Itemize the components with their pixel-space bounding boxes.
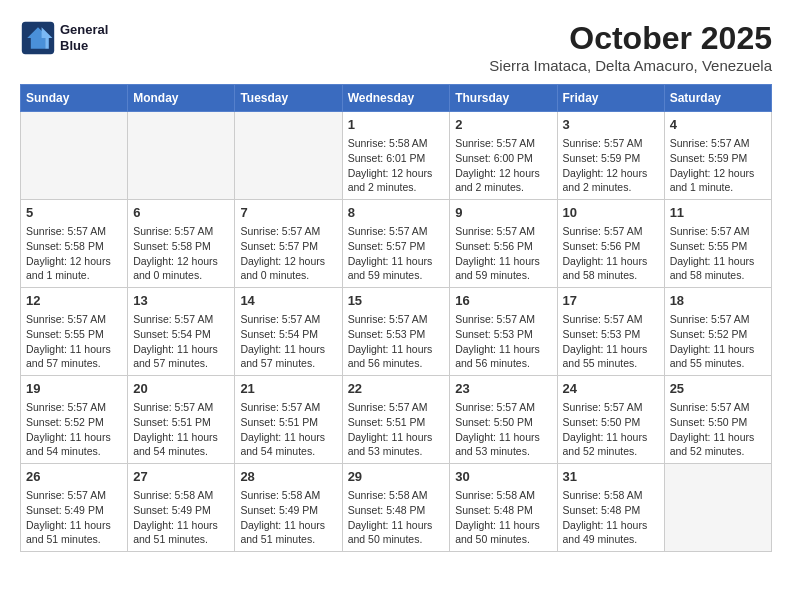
day-info: Sunrise: 5:57 AMSunset: 5:56 PMDaylight:… xyxy=(563,224,659,283)
month-title: October 2025 xyxy=(489,20,772,57)
day-info: Sunrise: 5:57 AMSunset: 5:55 PMDaylight:… xyxy=(670,224,766,283)
day-cell-2: 2Sunrise: 5:57 AMSunset: 6:00 PMDaylight… xyxy=(450,112,557,200)
day-cell-29: 29Sunrise: 5:58 AMSunset: 5:48 PMDayligh… xyxy=(342,464,450,552)
day-info: Sunrise: 5:57 AMSunset: 5:55 PMDaylight:… xyxy=(26,312,122,371)
logo-text: General Blue xyxy=(60,22,108,53)
day-cell-3: 3Sunrise: 5:57 AMSunset: 5:59 PMDaylight… xyxy=(557,112,664,200)
weekday-header-friday: Friday xyxy=(557,85,664,112)
day-info: Sunrise: 5:57 AMSunset: 5:50 PMDaylight:… xyxy=(455,400,551,459)
logo-icon xyxy=(20,20,56,56)
day-number: 7 xyxy=(240,204,336,222)
day-info: Sunrise: 5:58 AMSunset: 6:01 PMDaylight:… xyxy=(348,136,445,195)
day-number: 9 xyxy=(455,204,551,222)
day-cell-28: 28Sunrise: 5:58 AMSunset: 5:49 PMDayligh… xyxy=(235,464,342,552)
day-number: 12 xyxy=(26,292,122,310)
day-number: 21 xyxy=(240,380,336,398)
weekday-header-thursday: Thursday xyxy=(450,85,557,112)
week-row-3: 12Sunrise: 5:57 AMSunset: 5:55 PMDayligh… xyxy=(21,288,772,376)
day-info: Sunrise: 5:58 AMSunset: 5:48 PMDaylight:… xyxy=(563,488,659,547)
day-number: 22 xyxy=(348,380,445,398)
day-cell-8: 8Sunrise: 5:57 AMSunset: 5:57 PMDaylight… xyxy=(342,200,450,288)
day-number: 20 xyxy=(133,380,229,398)
day-cell-19: 19Sunrise: 5:57 AMSunset: 5:52 PMDayligh… xyxy=(21,376,128,464)
day-number: 15 xyxy=(348,292,445,310)
day-number: 5 xyxy=(26,204,122,222)
day-info: Sunrise: 5:58 AMSunset: 5:49 PMDaylight:… xyxy=(133,488,229,547)
title-block: October 2025 Sierra Imataca, Delta Amacu… xyxy=(489,20,772,74)
day-info: Sunrise: 5:57 AMSunset: 5:57 PMDaylight:… xyxy=(240,224,336,283)
day-info: Sunrise: 5:57 AMSunset: 5:54 PMDaylight:… xyxy=(133,312,229,371)
day-info: Sunrise: 5:57 AMSunset: 5:50 PMDaylight:… xyxy=(563,400,659,459)
day-info: Sunrise: 5:57 AMSunset: 5:49 PMDaylight:… xyxy=(26,488,122,547)
day-info: Sunrise: 5:57 AMSunset: 5:53 PMDaylight:… xyxy=(348,312,445,371)
day-cell-22: 22Sunrise: 5:57 AMSunset: 5:51 PMDayligh… xyxy=(342,376,450,464)
day-number: 14 xyxy=(240,292,336,310)
day-info: Sunrise: 5:57 AMSunset: 6:00 PMDaylight:… xyxy=(455,136,551,195)
day-cell-9: 9Sunrise: 5:57 AMSunset: 5:56 PMDaylight… xyxy=(450,200,557,288)
weekday-header-row: SundayMondayTuesdayWednesdayThursdayFrid… xyxy=(21,85,772,112)
day-cell-5: 5Sunrise: 5:57 AMSunset: 5:58 PMDaylight… xyxy=(21,200,128,288)
day-info: Sunrise: 5:58 AMSunset: 5:48 PMDaylight:… xyxy=(348,488,445,547)
day-info: Sunrise: 5:57 AMSunset: 5:54 PMDaylight:… xyxy=(240,312,336,371)
calendar-table: SundayMondayTuesdayWednesdayThursdayFrid… xyxy=(20,84,772,552)
day-number: 28 xyxy=(240,468,336,486)
day-cell-25: 25Sunrise: 5:57 AMSunset: 5:50 PMDayligh… xyxy=(664,376,771,464)
week-row-2: 5Sunrise: 5:57 AMSunset: 5:58 PMDaylight… xyxy=(21,200,772,288)
day-number: 25 xyxy=(670,380,766,398)
weekday-header-sunday: Sunday xyxy=(21,85,128,112)
day-info: Sunrise: 5:57 AMSunset: 5:56 PMDaylight:… xyxy=(455,224,551,283)
day-cell-13: 13Sunrise: 5:57 AMSunset: 5:54 PMDayligh… xyxy=(128,288,235,376)
week-row-1: 1Sunrise: 5:58 AMSunset: 6:01 PMDaylight… xyxy=(21,112,772,200)
day-cell-17: 17Sunrise: 5:57 AMSunset: 5:53 PMDayligh… xyxy=(557,288,664,376)
page-header: General Blue October 2025 Sierra Imataca… xyxy=(20,20,772,74)
day-info: Sunrise: 5:57 AMSunset: 5:53 PMDaylight:… xyxy=(455,312,551,371)
day-cell-31: 31Sunrise: 5:58 AMSunset: 5:48 PMDayligh… xyxy=(557,464,664,552)
day-info: Sunrise: 5:57 AMSunset: 5:58 PMDaylight:… xyxy=(26,224,122,283)
day-info: Sunrise: 5:57 AMSunset: 5:50 PMDaylight:… xyxy=(670,400,766,459)
day-number: 29 xyxy=(348,468,445,486)
day-cell-7: 7Sunrise: 5:57 AMSunset: 5:57 PMDaylight… xyxy=(235,200,342,288)
day-cell-27: 27Sunrise: 5:58 AMSunset: 5:49 PMDayligh… xyxy=(128,464,235,552)
day-info: Sunrise: 5:58 AMSunset: 5:49 PMDaylight:… xyxy=(240,488,336,547)
logo: General Blue xyxy=(20,20,108,56)
day-info: Sunrise: 5:57 AMSunset: 5:51 PMDaylight:… xyxy=(348,400,445,459)
day-info: Sunrise: 5:57 AMSunset: 5:52 PMDaylight:… xyxy=(670,312,766,371)
day-number: 23 xyxy=(455,380,551,398)
day-cell-4: 4Sunrise: 5:57 AMSunset: 5:59 PMDaylight… xyxy=(664,112,771,200)
day-info: Sunrise: 5:57 AMSunset: 5:53 PMDaylight:… xyxy=(563,312,659,371)
day-number: 26 xyxy=(26,468,122,486)
day-number: 17 xyxy=(563,292,659,310)
weekday-header-monday: Monday xyxy=(128,85,235,112)
day-cell-21: 21Sunrise: 5:57 AMSunset: 5:51 PMDayligh… xyxy=(235,376,342,464)
day-cell-30: 30Sunrise: 5:58 AMSunset: 5:48 PMDayligh… xyxy=(450,464,557,552)
empty-cell xyxy=(21,112,128,200)
day-cell-18: 18Sunrise: 5:57 AMSunset: 5:52 PMDayligh… xyxy=(664,288,771,376)
day-info: Sunrise: 5:57 AMSunset: 5:51 PMDaylight:… xyxy=(133,400,229,459)
day-info: Sunrise: 5:57 AMSunset: 5:52 PMDaylight:… xyxy=(26,400,122,459)
day-number: 2 xyxy=(455,116,551,134)
empty-cell xyxy=(128,112,235,200)
day-info: Sunrise: 5:57 AMSunset: 5:58 PMDaylight:… xyxy=(133,224,229,283)
day-number: 6 xyxy=(133,204,229,222)
day-info: Sunrise: 5:57 AMSunset: 5:59 PMDaylight:… xyxy=(670,136,766,195)
day-cell-15: 15Sunrise: 5:57 AMSunset: 5:53 PMDayligh… xyxy=(342,288,450,376)
day-cell-14: 14Sunrise: 5:57 AMSunset: 5:54 PMDayligh… xyxy=(235,288,342,376)
day-number: 19 xyxy=(26,380,122,398)
day-number: 8 xyxy=(348,204,445,222)
day-cell-6: 6Sunrise: 5:57 AMSunset: 5:58 PMDaylight… xyxy=(128,200,235,288)
day-number: 3 xyxy=(563,116,659,134)
day-info: Sunrise: 5:57 AMSunset: 5:59 PMDaylight:… xyxy=(563,136,659,195)
week-row-5: 26Sunrise: 5:57 AMSunset: 5:49 PMDayligh… xyxy=(21,464,772,552)
day-cell-12: 12Sunrise: 5:57 AMSunset: 5:55 PMDayligh… xyxy=(21,288,128,376)
day-number: 24 xyxy=(563,380,659,398)
day-number: 11 xyxy=(670,204,766,222)
weekday-header-tuesday: Tuesday xyxy=(235,85,342,112)
day-cell-23: 23Sunrise: 5:57 AMSunset: 5:50 PMDayligh… xyxy=(450,376,557,464)
day-number: 31 xyxy=(563,468,659,486)
day-number: 10 xyxy=(563,204,659,222)
day-cell-20: 20Sunrise: 5:57 AMSunset: 5:51 PMDayligh… xyxy=(128,376,235,464)
day-cell-24: 24Sunrise: 5:57 AMSunset: 5:50 PMDayligh… xyxy=(557,376,664,464)
week-row-4: 19Sunrise: 5:57 AMSunset: 5:52 PMDayligh… xyxy=(21,376,772,464)
empty-cell xyxy=(664,464,771,552)
day-cell-10: 10Sunrise: 5:57 AMSunset: 5:56 PMDayligh… xyxy=(557,200,664,288)
